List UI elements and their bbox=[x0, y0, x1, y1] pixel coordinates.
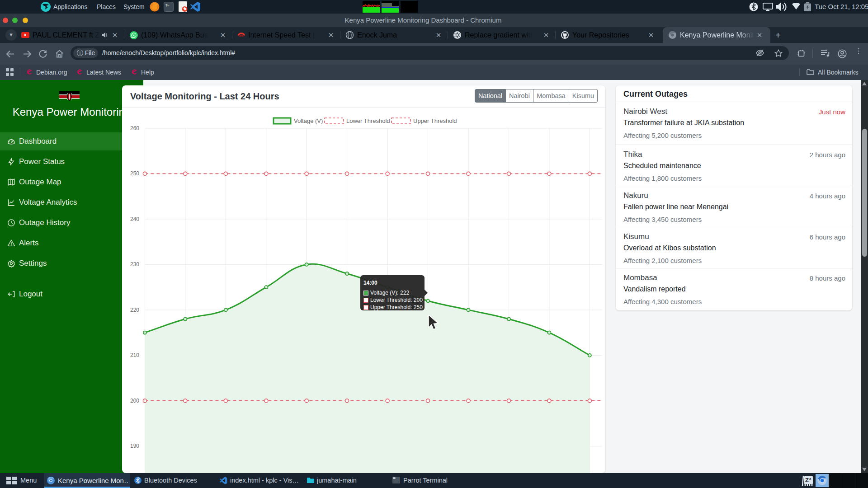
svg-text:Voltage (V): Voltage (V) bbox=[294, 117, 323, 124]
svg-text:z: z bbox=[809, 477, 811, 481]
svg-text:200: 200 bbox=[130, 398, 139, 404]
svg-text:190: 190 bbox=[130, 443, 139, 449]
svg-text:Lower Threshold: Lower Threshold bbox=[346, 117, 390, 124]
svg-text:220: 220 bbox=[130, 307, 139, 313]
svg-text:$-: $- bbox=[165, 3, 170, 7]
svg-text:230: 230 bbox=[130, 261, 139, 267]
svg-text:Upper Threshold: Upper Threshold bbox=[413, 117, 457, 124]
svg-text:250: 250 bbox=[130, 170, 139, 177]
svg-text:260: 260 bbox=[130, 125, 139, 131]
svg-text:240: 240 bbox=[130, 216, 139, 222]
svg-text:210: 210 bbox=[130, 352, 139, 358]
svg-text:Z: Z bbox=[805, 477, 809, 483]
